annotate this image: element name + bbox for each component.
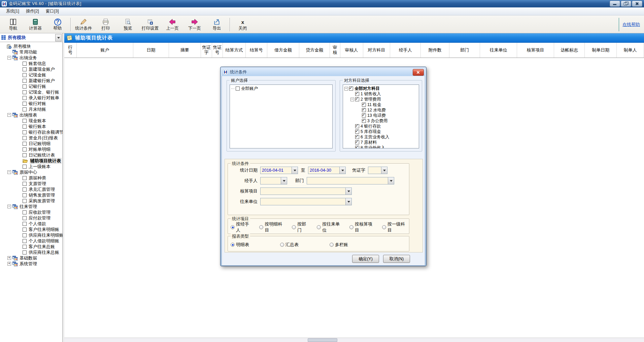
column-header[interactable]: 行 号 [64, 43, 77, 58]
checkbox-icon[interactable] [23, 125, 27, 129]
menu-window[interactable]: 窗口[3] [42, 8, 62, 15]
tree-item[interactable]: 客户往来明细账 [0, 227, 62, 232]
unit-value[interactable] [261, 198, 345, 205]
tree-item[interactable]: 辅助项目统计表 [0, 158, 62, 164]
checkbox-checked-icon[interactable] [355, 124, 359, 128]
date-from-value[interactable]: 2016-04-01 [261, 167, 292, 174]
checkbox-icon[interactable] [23, 187, 27, 192]
column-header[interactable]: 部门 [449, 43, 480, 58]
column-header[interactable]: 账户 [77, 43, 134, 58]
tree-item[interactable]: 销售发票管理 [0, 192, 62, 198]
tree-item[interactable]: 记现金账 [0, 72, 62, 78]
expander-icon[interactable] [7, 256, 11, 260]
print-setup-button[interactable]: 打印设置 [139, 17, 161, 32]
next-page-button[interactable]: 下一页 [183, 17, 206, 32]
cancel-button[interactable]: 取消(N) [383, 255, 410, 263]
tree-item[interactable]: 承兑汇票管理 [0, 186, 62, 192]
checkbox-icon[interactable] [23, 210, 27, 214]
menu-operation[interactable]: 操作[2] [23, 8, 42, 15]
column-header[interactable]: 贷方金额 [299, 43, 330, 58]
checkbox-checked-icon[interactable] [349, 87, 353, 91]
tree-item[interactable]: 记银行账 [0, 83, 62, 89]
module-selector[interactable]: 所有模块 [0, 33, 62, 42]
minimize-button[interactable] [610, 1, 620, 7]
tree-item[interactable]: 出纳业务 [0, 55, 62, 61]
checkbox-checked-icon[interactable] [362, 103, 366, 107]
dropdown-arrow-icon[interactable] [381, 167, 387, 174]
column-header[interactable]: 核算项目 [517, 43, 554, 58]
restore-button[interactable] [621, 1, 631, 7]
tree-item[interactable]: 票据中心 [0, 169, 62, 175]
tree-item[interactable]: 所有模块 [0, 43, 62, 49]
subject-tree-item[interactable]: 7 原材料 [343, 140, 419, 145]
subject-tree-item[interactable]: 6 主营业务收入 [343, 134, 419, 140]
column-header[interactable]: 经手人 [390, 43, 421, 58]
item-combobox[interactable] [260, 187, 352, 195]
checkbox-icon[interactable] [23, 228, 27, 232]
checkbox-icon[interactable] [23, 222, 27, 226]
stat-condition-button[interactable]: 统计条件 [72, 17, 95, 32]
tree-item[interactable]: 出纳报表 [0, 112, 62, 118]
checkbox-icon[interactable] [23, 119, 27, 123]
checkbox-icon[interactable] [23, 84, 27, 89]
subject-tree[interactable]: 全部对方科目 1 销售收入 2 管理费用 11 租金 [343, 84, 419, 148]
column-header[interactable]: 借方金额 [267, 43, 299, 58]
subject-tree-item[interactable]: 12 水电费 [343, 107, 419, 113]
dropdown-arrow-icon[interactable] [345, 188, 351, 195]
tree-item[interactable]: 基础数据 [0, 255, 62, 261]
subject-tree-item[interactable]: 1 销售收入 [343, 91, 419, 97]
subject-tree-item[interactable]: 13 电话费 [343, 113, 419, 118]
tree-item[interactable]: 对账单明细 [0, 146, 62, 152]
checkbox-checked-icon[interactable] [355, 135, 359, 139]
checkbox-icon[interactable] [23, 153, 27, 157]
handler-value[interactable] [261, 177, 281, 184]
checkbox-icon[interactable] [23, 250, 27, 254]
tree-item[interactable]: 银行对账 [0, 101, 62, 106]
tree-item[interactable]: 票据种类 [0, 175, 62, 181]
menu-system[interactable]: 系统[1] [3, 8, 23, 15]
subject-tree-item[interactable]: 3 办公费用 [343, 118, 419, 124]
tree-item[interactable]: 应付款管理 [0, 215, 62, 221]
online-help-link[interactable]: 在线帮助 [622, 22, 640, 28]
expander-icon[interactable] [7, 113, 11, 117]
radio-option[interactable]: 按经手人 [231, 221, 251, 233]
column-header[interactable]: 制单日期 [585, 43, 617, 58]
scrollbar-thumb[interactable] [308, 338, 337, 342]
calculator-button[interactable]: 计算器 [24, 17, 46, 32]
column-header[interactable]: 审 核 [330, 43, 340, 58]
tree-item[interactable]: 新建现金账户 [0, 66, 62, 72]
dept-combobox[interactable] [307, 177, 394, 184]
radio-option[interactable]: 按往来单位 [317, 221, 341, 233]
prev-page-button[interactable]: 上一页 [161, 17, 183, 32]
horizontal-scrollbar[interactable] [64, 338, 644, 342]
column-header[interactable]: 凭证 字 [201, 43, 212, 58]
checkbox-icon[interactable] [23, 90, 27, 94]
radio-option[interactable]: 按一级科目 [382, 221, 406, 233]
dialog-close-button[interactable] [413, 69, 424, 76]
subject-tree-item[interactable]: 8 营业外收入 [343, 145, 419, 148]
column-header[interactable]: 摘要 [169, 43, 201, 58]
expander-icon[interactable] [7, 262, 11, 266]
checkbox-icon[interactable] [23, 67, 27, 71]
radio-option[interactable]: 明细表 [231, 242, 249, 248]
nav-button[interactable]: 导航 [2, 17, 24, 32]
column-header[interactable]: 日期 [133, 43, 169, 58]
expander-icon[interactable] [7, 56, 11, 60]
tree-item[interactable]: 日记账明细 [0, 141, 62, 146]
radio-option[interactable]: 多栏账 [330, 242, 348, 248]
tree-item[interactable]: 常用功能 [0, 49, 62, 55]
column-header[interactable]: 结算号 [246, 43, 267, 58]
tree-item[interactable]: 录入银行对账单 [0, 95, 62, 101]
checkbox-icon[interactable] [236, 87, 240, 91]
tree-item[interactable]: 月末结账 [0, 106, 62, 112]
expander-icon[interactable] [7, 170, 11, 174]
account-tree[interactable]: 全部账户 [230, 84, 333, 148]
dropdown-arrow-icon[interactable] [345, 198, 351, 205]
checkbox-icon[interactable] [23, 102, 27, 106]
column-header[interactable]: 制单人 [617, 43, 644, 58]
expander-icon[interactable] [7, 205, 11, 208]
handler-combobox[interactable] [260, 177, 287, 184]
tree-item[interactable]: 记现金、银行账 [0, 89, 62, 95]
subject-tree-item[interactable]: 4 银行存款 [343, 124, 419, 129]
date-to-combobox[interactable]: 2016-04-30 [308, 167, 346, 174]
